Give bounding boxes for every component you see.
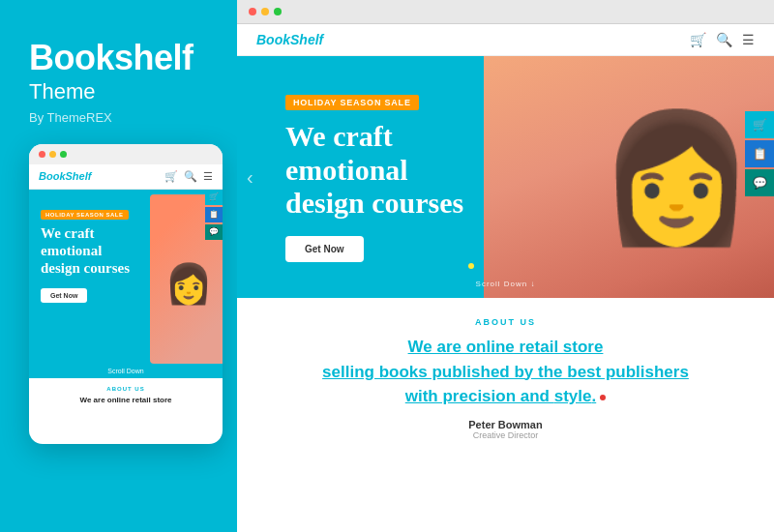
list-icon: 📋 [753, 147, 767, 161]
mobile-about-label: ABOUT US [41, 386, 211, 392]
desktop-nav: BookShelf 🛒 🔍 ☰ [237, 24, 774, 56]
mobile-dot-yellow [49, 151, 56, 158]
desktop-author-name: Peter Bowman [266, 419, 745, 430]
desktop-about-text: We are online retail store selling books… [266, 335, 745, 409]
browser-chrome [237, 0, 774, 24]
mobile-hero-badge: HOLIDAY SEASON SALE [41, 210, 129, 220]
desktop-sidebar-buttons: 🛒 📋 💬 [745, 111, 774, 196]
mobile-dot-green [60, 151, 67, 158]
mobile-nav: BookShelf 🛒 🔍 ☰ [29, 164, 223, 190]
about-text-period: . [591, 387, 596, 405]
subtitle: Theme [29, 79, 208, 104]
desktop-about-label: ABOUT US [266, 317, 745, 327]
right-panel: BookShelf 🛒 🔍 ☰ ‹ HOLIDAY SEASON SALE We… [237, 0, 774, 532]
about-text-line3-prefix: with precision and [405, 387, 554, 405]
about-text-style-link[interactable]: style [554, 387, 592, 405]
sidebar-chat-btn[interactable]: 💬 [745, 169, 774, 196]
about-text-line1: We are online retail store [408, 338, 604, 356]
sidebar-list-btn[interactable]: 📋 [745, 140, 774, 167]
chat-icon: 💬 [753, 176, 767, 190]
share-icon: 🛒 [753, 118, 767, 132]
prev-arrow-icon[interactable]: ‹ [247, 166, 253, 189]
mobile-nav-logo: BookShelf [39, 170, 91, 182]
byline: By ThemeREX [29, 110, 208, 125]
mobile-about: ABOUT US We are online retail store [29, 378, 223, 413]
desktop-hero-content: HOLIDAY SEASON SALE We craft emotionalde… [237, 63, 532, 291]
sidebar-share-btn[interactable]: 🛒 [745, 111, 774, 138]
mobile-cart-icon[interactable]: 🛒 [164, 170, 178, 183]
mobile-search-icon[interactable]: 🔍 [184, 170, 197, 183]
mobile-hero-btn[interactable]: Get Now [41, 288, 87, 303]
desktop-menu-icon[interactable]: ☰ [742, 32, 755, 47]
desktop-nav-icons: 🛒 🔍 ☰ [690, 32, 755, 47]
mobile-side-icon-1-symbol: 🛒 [209, 192, 219, 201]
mobile-preview: BookShelf 🛒 🔍 ☰ HOLIDAY SEASON SALE We c… [29, 144, 223, 444]
mobile-hero-title: We craft emotional design courses [41, 224, 137, 277]
desktop-about-section: ABOUT US We are online retail store sell… [237, 298, 774, 459]
mobile-top-bar [29, 144, 223, 164]
mobile-scroll-label: Scroll Down [107, 368, 143, 374]
browser-dot-green[interactable] [274, 8, 282, 15]
left-panel: Bookshelf Theme By ThemeREX BookShelf 🛒 … [0, 0, 237, 532]
mobile-scroll-down: Scroll Down [29, 364, 223, 378]
desktop-hero-badge: HOLIDAY SEASON SALE [285, 95, 419, 110]
about-red-dot [600, 395, 606, 400]
desktop-hero-btn[interactable]: Get Now [285, 236, 364, 262]
desktop-hero-title: We craft emotionaldesign courses [285, 120, 484, 221]
desktop-person-figure: 👩 [598, 114, 755, 240]
desktop-nav-logo: BookShelf [256, 32, 323, 47]
browser-dot-yellow[interactable] [261, 8, 269, 15]
about-text-line2: selling books published by the best publ… [322, 363, 689, 381]
main-title: Bookshelf [29, 39, 208, 77]
mobile-dot-red [39, 151, 45, 158]
desktop-cart-icon[interactable]: 🛒 [690, 32, 706, 47]
desktop-preview: BookShelf 🛒 🔍 ☰ ‹ HOLIDAY SEASON SALE We… [237, 24, 774, 532]
desktop-hero: ‹ HOLIDAY SEASON SALE We craft emotional… [237, 56, 774, 298]
mobile-nav-icons: 🛒 🔍 ☰ [164, 170, 213, 183]
mobile-menu-icon[interactable]: ☰ [203, 170, 213, 183]
mobile-about-text: We are online retail store [41, 395, 211, 405]
desktop-author-role: Creative Director [266, 430, 745, 440]
mobile-hero: HOLIDAY SEASON SALE We craft emotional d… [29, 190, 223, 364]
browser-dot-red[interactable] [249, 8, 256, 15]
desktop-search-icon[interactable]: 🔍 [716, 32, 732, 47]
